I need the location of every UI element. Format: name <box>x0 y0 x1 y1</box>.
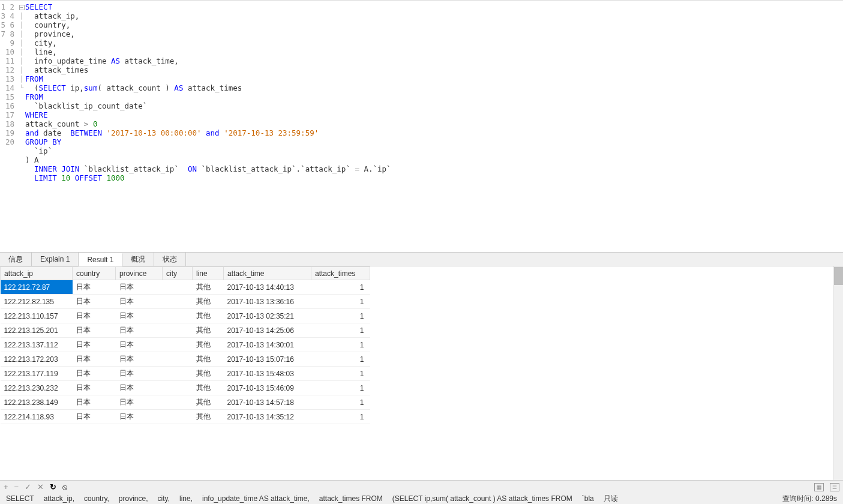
stop-icon[interactable]: ⦸ <box>62 482 67 492</box>
cell[interactable]: 1 <box>311 280 370 295</box>
cell[interactable]: 1 <box>311 410 370 424</box>
cell[interactable] <box>163 395 193 410</box>
cell[interactable]: 122.213.172.203 <box>1 352 73 367</box>
tab-explain-1[interactable]: Explain 1 <box>32 253 79 266</box>
grid-view-icon[interactable]: ▦ <box>814 483 824 491</box>
cell[interactable]: 其他 <box>193 295 224 309</box>
column-header[interactable]: attack_time <box>224 267 311 280</box>
table-row[interactable]: 122.213.110.157日本日本其他2017-10-13 02:35:21… <box>1 309 370 323</box>
apply-icon[interactable]: ✓ <box>25 482 31 491</box>
add-row-icon[interactable]: + <box>4 482 8 491</box>
cell[interactable]: 日本 <box>116 352 163 367</box>
cell[interactable]: 日本 <box>73 309 116 323</box>
cell[interactable] <box>163 280 193 295</box>
scroll-thumb[interactable] <box>834 267 843 285</box>
cell[interactable]: 日本 <box>73 323 116 338</box>
cell[interactable]: 其他 <box>193 410 224 424</box>
form-view-icon[interactable]: ☰ <box>830 483 839 491</box>
table-row[interactable]: 122.214.118.93日本日本其他2017-10-13 14:35:121 <box>1 410 370 424</box>
cell[interactable] <box>163 410 193 424</box>
cell[interactable]: 日本 <box>116 410 163 424</box>
cell[interactable]: 其他 <box>193 395 224 410</box>
table-row[interactable]: 122.213.137.112日本日本其他2017-10-13 14:30:01… <box>1 338 370 352</box>
table-row[interactable]: 122.213.230.232日本日本其他2017-10-13 15:46:09… <box>1 381 370 395</box>
cell[interactable]: 日本 <box>116 295 163 309</box>
cell[interactable]: 其他 <box>193 309 224 323</box>
cell[interactable]: 2017-10-13 15:48:03 <box>224 367 311 381</box>
cell[interactable]: 2017-10-13 14:30:01 <box>224 338 311 352</box>
vertical-scrollbar[interactable] <box>833 266 843 480</box>
cell[interactable]: 122.213.238.149 <box>1 395 73 410</box>
cell[interactable]: 122.213.177.119 <box>1 367 73 381</box>
cell[interactable]: 122.212.82.135 <box>1 295 73 309</box>
cell[interactable]: 日本 <box>73 367 116 381</box>
table-row[interactable]: 122.213.238.149日本日本其他2017-10-13 14:57:18… <box>1 395 370 410</box>
cell[interactable]: 122.213.110.157 <box>1 309 73 323</box>
cell[interactable]: 日本 <box>73 381 116 395</box>
tab-概况[interactable]: 概况 <box>122 253 154 266</box>
fold-column[interactable]: − │ │ │ │ │ │ │ │ └ <box>18 1 25 252</box>
cell[interactable]: 2017-10-13 15:07:16 <box>224 352 311 367</box>
cell[interactable]: 1 <box>311 352 370 367</box>
cancel-icon[interactable]: ✕ <box>37 482 44 491</box>
cell[interactable]: 1 <box>311 381 370 395</box>
cell[interactable]: 日本 <box>73 410 116 424</box>
cell[interactable]: 日本 <box>116 309 163 323</box>
cell[interactable]: 122.214.118.93 <box>1 410 73 424</box>
cell[interactable]: 日本 <box>73 280 116 295</box>
column-header[interactable]: city <box>163 267 193 280</box>
cell[interactable]: 日本 <box>73 338 116 352</box>
refresh-icon[interactable]: ↻ <box>50 482 56 491</box>
table-row[interactable]: 122.213.172.203日本日本其他2017-10-13 15:07:16… <box>1 352 370 367</box>
cell[interactable]: 其他 <box>193 338 224 352</box>
cell[interactable]: 122.213.125.201 <box>1 323 73 338</box>
sql-editor[interactable]: 1 2 3 4 5 6 7 8 9 10 11 12 13 14 15 16 1… <box>0 0 843 252</box>
column-header[interactable]: attack_ip <box>1 267 73 280</box>
table-row[interactable]: 122.212.72.87日本日本其他2017-10-13 14:40:131 <box>1 280 370 295</box>
cell[interactable] <box>163 295 193 309</box>
cell[interactable]: 日本 <box>73 352 116 367</box>
cell[interactable]: 2017-10-13 14:35:12 <box>224 410 311 424</box>
cell[interactable]: 122.213.230.232 <box>1 381 73 395</box>
cell[interactable]: 1 <box>311 338 370 352</box>
cell[interactable]: 日本 <box>116 367 163 381</box>
remove-row-icon[interactable]: − <box>14 482 19 491</box>
column-header[interactable]: country <box>73 267 116 280</box>
tab-信息[interactable]: 信息 <box>0 253 32 266</box>
code-area[interactable]: SELECT attack_ip, country, province, cit… <box>25 1 843 252</box>
cell[interactable]: 日本 <box>116 338 163 352</box>
cell[interactable]: 1 <box>311 295 370 309</box>
cell[interactable]: 日本 <box>116 323 163 338</box>
cell[interactable]: 其他 <box>193 367 224 381</box>
cell[interactable]: 其他 <box>193 280 224 295</box>
column-header[interactable]: attack_times <box>311 267 370 280</box>
cell[interactable]: 122.212.72.87 <box>1 280 73 295</box>
cell[interactable]: 2017-10-13 14:25:06 <box>224 323 311 338</box>
cell[interactable]: 2017-10-13 14:57:18 <box>224 395 311 410</box>
cell[interactable]: 2017-10-13 15:46:09 <box>224 381 311 395</box>
tab-result-1[interactable]: Result 1 <box>79 253 122 266</box>
table-row[interactable]: 122.213.177.119日本日本其他2017-10-13 15:48:03… <box>1 367 370 381</box>
cell[interactable]: 日本 <box>73 295 116 309</box>
cell[interactable] <box>163 323 193 338</box>
result-grid[interactable]: attack_ipcountryprovincecitylineattack_t… <box>0 266 833 480</box>
cell[interactable]: 日本 <box>116 395 163 410</box>
cell[interactable] <box>163 381 193 395</box>
cell[interactable]: 日本 <box>116 280 163 295</box>
cell[interactable]: 2017-10-13 13:36:16 <box>224 295 311 309</box>
column-header[interactable]: province <box>116 267 163 280</box>
cell[interactable]: 1 <box>311 309 370 323</box>
cell[interactable]: 1 <box>311 367 370 381</box>
cell[interactable] <box>163 367 193 381</box>
cell[interactable]: 1 <box>311 323 370 338</box>
cell[interactable]: 122.213.137.112 <box>1 338 73 352</box>
cell[interactable]: 2017-10-13 02:35:21 <box>224 309 311 323</box>
cell[interactable]: 2017-10-13 14:40:13 <box>224 280 311 295</box>
cell[interactable]: 其他 <box>193 352 224 367</box>
cell[interactable]: 1 <box>311 395 370 410</box>
cell[interactable]: 其他 <box>193 323 224 338</box>
cell[interactable] <box>163 338 193 352</box>
tab-状态[interactable]: 状态 <box>154 253 186 266</box>
table-row[interactable]: 122.212.82.135日本日本其他2017-10-13 13:36:161 <box>1 295 370 309</box>
cell[interactable] <box>163 309 193 323</box>
